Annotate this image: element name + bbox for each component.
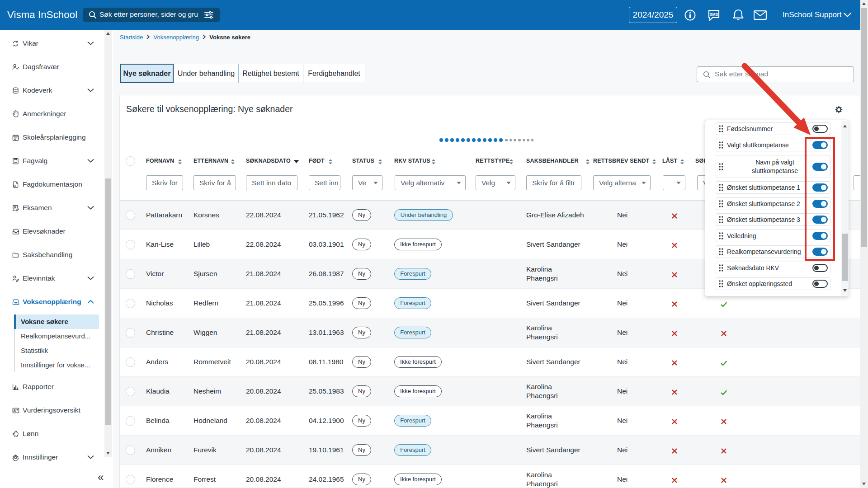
svg-text:SMS: SMS [710, 12, 718, 17]
